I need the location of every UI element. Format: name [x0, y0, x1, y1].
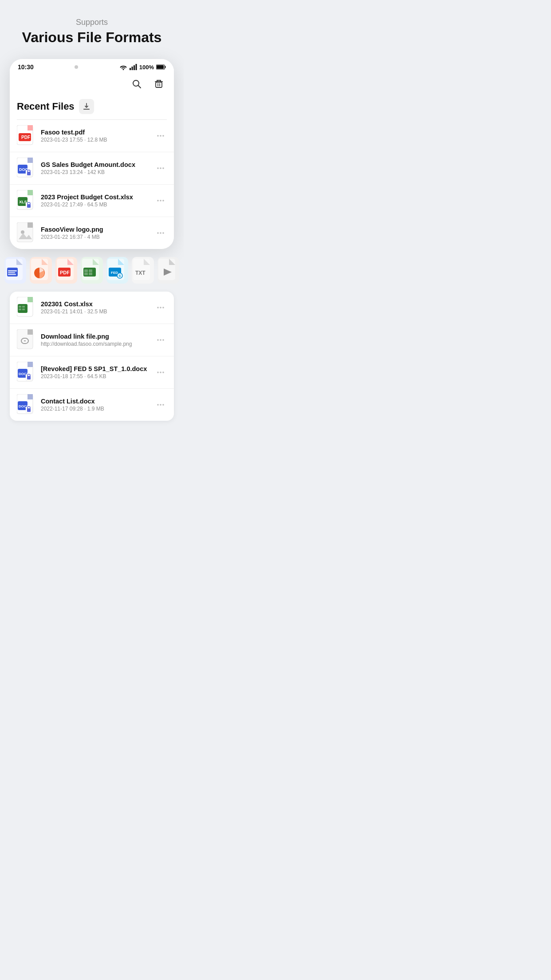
svg-point-21	[162, 135, 164, 137]
svg-point-129	[160, 404, 161, 406]
svg-point-106	[157, 340, 159, 341]
svg-point-99	[157, 307, 159, 309]
status-time: 10:30	[18, 63, 34, 71]
file-info-docx1: GS Sales Budget Amount.docx 2023-01-23 1…	[41, 161, 149, 175]
svg-point-43	[162, 200, 164, 202]
file-meta-docx1: 2023-01-23 13:24 · 142 KB	[41, 169, 149, 175]
svg-rect-74	[84, 273, 88, 275]
revoked-docx-icon: DOCX	[17, 362, 35, 383]
search-button[interactable]	[129, 76, 145, 92]
svg-point-51	[162, 233, 164, 234]
svg-rect-56	[8, 270, 17, 272]
file-meta-revoked-docx: 2023-01-18 17:55 · 64.5 KB	[41, 373, 149, 379]
format-icons-row: PDF FED S	[0, 249, 184, 292]
file-item-docx1[interactable]: DOCX GS Sales Budget Amount.docx 2023-01…	[10, 152, 174, 185]
file-info-png-link: Download link file.png http://download.f…	[41, 333, 149, 347]
file-more-revoked-docx[interactable]	[154, 366, 167, 379]
wifi-icon	[119, 64, 127, 70]
file-item-pdf[interactable]: PDF Fasoo test.pdf 2023-01-23 17:55 · 12…	[10, 120, 174, 152]
svg-rect-10	[156, 82, 162, 87]
svg-point-31	[160, 168, 161, 170]
file-more-docx1[interactable]	[154, 162, 167, 174]
svg-point-30	[157, 168, 159, 170]
file-name-xlsx1: 2023 Project Budget Cost.xlsx	[41, 194, 149, 201]
format-pdf-icon[interactable]: PDF	[55, 257, 77, 284]
page-header: Supports Various File Formats	[13, 18, 171, 46]
svg-point-32	[162, 168, 164, 170]
file-item-contact-docx[interactable]: DOCX Contact List.docx 2022-11-17 09:28 …	[10, 389, 174, 421]
format-pptx-icon[interactable]	[30, 257, 51, 284]
svg-rect-5	[165, 66, 166, 68]
file-meta-contact-docx: 2022-11-17 09:28 · 1.9 MB	[41, 406, 149, 412]
svg-rect-2	[134, 65, 135, 70]
file-info-revoked-docx: [Revoked] FED 5 SP1_ST_1.0.docx 2023-01-…	[41, 365, 149, 379]
file-item-revoked-docx[interactable]: DOCX [Revoked] FED 5 SP1_ST_1.0.docx 202…	[10, 356, 174, 389]
svg-point-19	[157, 135, 159, 137]
file-name-xlsx2: 202301 Cost.xlsx	[41, 300, 149, 308]
svg-rect-6	[157, 65, 164, 69]
svg-point-49	[157, 233, 159, 234]
svg-text:PDF: PDF	[21, 135, 30, 140]
file-info-xlsx1: 2023 Project Budget Cost.xlsx 2023-01-22…	[41, 194, 149, 208]
section-title: Recent Files	[17, 101, 75, 112]
svg-rect-111	[28, 362, 33, 367]
svg-rect-0	[130, 68, 131, 70]
file-item-png-link[interactable]: Download link file.png http://download.f…	[10, 324, 174, 356]
svg-text:PDF: PDF	[60, 270, 70, 275]
svg-point-50	[160, 233, 161, 234]
svg-point-47	[21, 230, 24, 234]
svg-rect-46	[28, 222, 33, 228]
file-more-contact-docx[interactable]	[154, 399, 167, 411]
file-item-png[interactable]: FasooView logo.png 2023-01-22 16:37 · 4 …	[10, 217, 174, 249]
file-more-png[interactable]	[154, 227, 167, 239]
svg-point-108	[162, 340, 164, 341]
status-icons: 100%	[119, 64, 166, 71]
svg-rect-93	[28, 297, 33, 302]
svg-rect-96	[22, 306, 25, 308]
camera-dot	[75, 65, 78, 69]
format-video-icon[interactable]	[157, 257, 179, 284]
format-docx-icon[interactable]	[4, 257, 26, 284]
file-info-contact-docx: Contact List.docx 2022-11-17 09:28 · 1.9…	[41, 398, 149, 412]
file-item-xlsx2[interactable]: 202301 Cost.xlsx 2023-01-21 14:01 · 32.5…	[10, 292, 174, 324]
file-name-png-link: Download link file.png	[41, 333, 149, 340]
file-info-pdf: Fasoo test.pdf 2023-01-23 17:55 · 12.8 M…	[41, 129, 149, 143]
phone-frame: 10:30 100%	[10, 59, 174, 249]
file-meta-xlsx2: 2023-01-21 14:01 · 32.5 MB	[41, 308, 149, 315]
main-title: Various File Formats	[22, 29, 162, 45]
file-name-contact-docx: Contact List.docx	[41, 398, 149, 405]
svg-rect-35	[28, 190, 33, 195]
svg-rect-13	[83, 109, 90, 110]
format-xlsx-icon[interactable]	[81, 257, 102, 284]
svg-text:FED: FED	[111, 271, 118, 275]
battery-pct: 100%	[139, 64, 154, 71]
file-more-xlsx1[interactable]	[154, 194, 167, 207]
svg-rect-58	[8, 274, 16, 275]
svg-point-42	[160, 200, 161, 202]
xlsx-icon-2	[17, 297, 35, 318]
file-more-png-link[interactable]	[154, 334, 167, 346]
svg-point-119	[162, 372, 164, 374]
docx-locked-icon-1: DOCX	[17, 158, 35, 179]
battery-icon	[156, 64, 166, 70]
svg-rect-24	[28, 158, 33, 163]
svg-point-41	[157, 200, 159, 202]
svg-point-130	[162, 404, 164, 406]
svg-rect-122	[28, 394, 33, 399]
file-more-pdf[interactable]	[154, 130, 167, 142]
file-item-xlsx1[interactable]: XLSX 2023 Project Budget Cost.xlsx 2023-…	[10, 185, 174, 217]
supports-label: Supports	[22, 18, 162, 27]
file-name-docx1: GS Sales Budget Amount.docx	[41, 161, 149, 168]
more-files-list: 202301 Cost.xlsx 2023-01-21 14:01 · 32.5…	[10, 292, 174, 421]
recent-files-list: PDF Fasoo test.pdf 2023-01-23 17:55 · 12…	[10, 120, 174, 249]
file-more-xlsx2[interactable]	[154, 301, 167, 314]
app-toolbar	[10, 72, 174, 95]
section-header: Recent Files	[10, 95, 174, 119]
svg-rect-3	[135, 64, 137, 70]
format-txt-icon[interactable]: TXT	[132, 257, 153, 284]
delete-button[interactable]	[151, 76, 167, 92]
svg-rect-88	[158, 259, 175, 280]
format-fasoo-icon[interactable]: FED S	[106, 257, 128, 284]
svg-point-100	[160, 307, 161, 309]
download-badge[interactable]	[79, 99, 94, 114]
